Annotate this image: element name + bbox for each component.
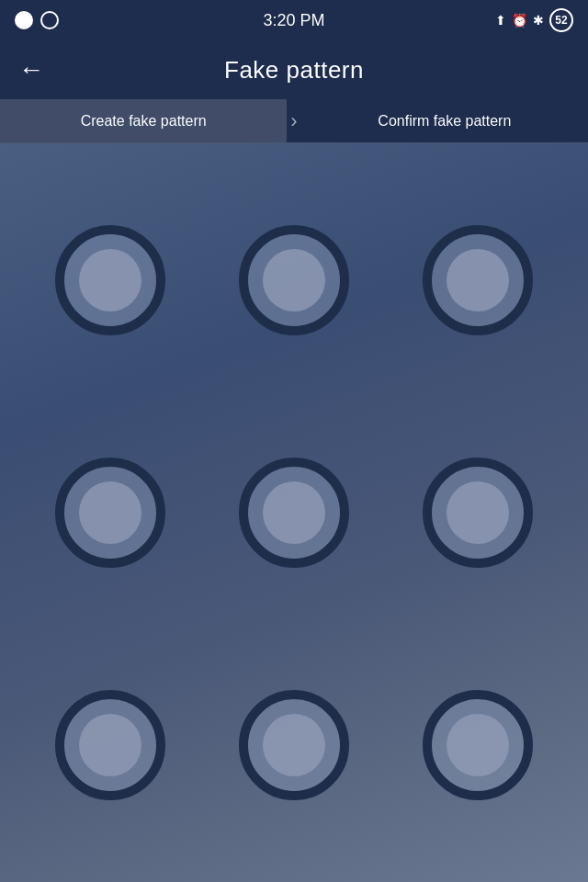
bluetooth-icon: ✱ (533, 13, 544, 28)
pattern-dot-8[interactable] (239, 690, 349, 800)
back-button[interactable]: ← (18, 55, 44, 85)
pattern-grid (55, 191, 533, 834)
pattern-dot-1[interactable] (55, 225, 165, 335)
page-title: Fake pattern (224, 56, 364, 85)
tab-confirm[interactable]: Confirm fake pattern (301, 99, 588, 142)
pattern-dot-6[interactable] (423, 458, 533, 568)
tab-confirm-label: Confirm fake pattern (378, 113, 511, 130)
status-right: ⬆ ⏰ ✱ 52 (495, 8, 573, 32)
pattern-dot-7-inner (79, 714, 141, 776)
status-bar: 3:20 PM ⬆ ⏰ ✱ 52 (0, 0, 588, 40)
pattern-dot-8-inner (263, 714, 325, 776)
header: ← Fake pattern (0, 40, 588, 99)
pattern-dot-6-inner (447, 481, 509, 544)
pattern-dot-5[interactable] (239, 458, 349, 568)
status-time: 3:20 PM (263, 11, 324, 30)
pattern-dot-3[interactable] (423, 225, 533, 335)
back-arrow-icon: ← (18, 55, 44, 85)
pattern-dot-2-inner (263, 249, 325, 311)
tab-bar: Create fake pattern › Confirm fake patte… (0, 99, 588, 143)
tab-create[interactable]: Create fake pattern (0, 99, 287, 142)
pattern-dot-5-inner (263, 481, 325, 544)
navigation-icon: ⬆ (495, 13, 506, 28)
pattern-dot-4-inner (79, 481, 141, 544)
main-area (0, 143, 588, 882)
battery-indicator: 52 (549, 8, 573, 32)
pattern-dot-2[interactable] (239, 225, 349, 335)
tab-divider: › (287, 99, 300, 142)
alarm-icon: ⏰ (512, 13, 527, 28)
pattern-dot-9[interactable] (423, 690, 533, 800)
pattern-dot-1-inner (79, 249, 141, 311)
pattern-dot-7[interactable] (55, 690, 165, 800)
signal-icon (15, 11, 33, 29)
status-left (15, 11, 59, 29)
pattern-dot-9-inner (447, 714, 509, 776)
pattern-dot-4[interactable] (55, 458, 165, 568)
tab-create-label: Create fake pattern (81, 113, 207, 130)
wifi-icon (40, 11, 59, 29)
pattern-dot-3-inner (447, 249, 509, 311)
